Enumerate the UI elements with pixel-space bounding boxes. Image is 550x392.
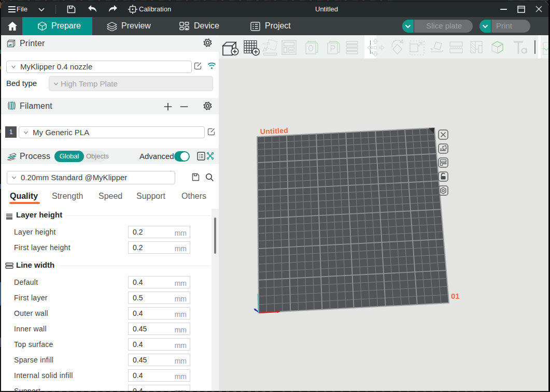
svg-text:Untitled: Untitled [260,126,288,136]
svg-text:AUTO: AUTO [262,42,271,45]
svg-text:01: 01 [451,292,460,300]
